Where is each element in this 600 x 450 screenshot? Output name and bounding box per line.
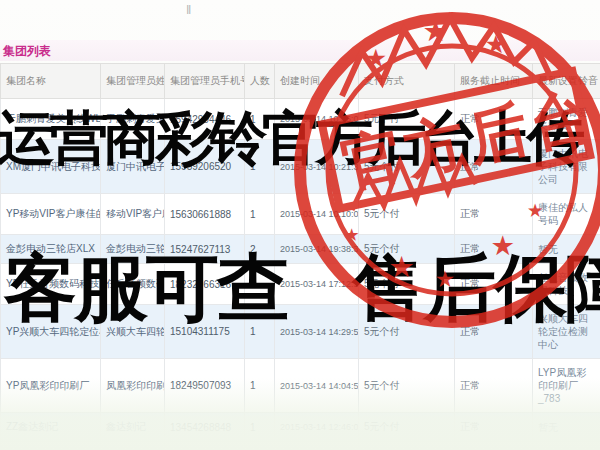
table-cell: 15104311175: [165, 305, 245, 359]
table-row[interactable]: YP移动VIP客户康佳的私人号码移动VIP客户康佳156306618881201…: [1, 194, 600, 235]
table-cell: 正常: [455, 264, 533, 305]
table-cell: 5元个付: [359, 305, 455, 359]
table-cell: 1: [245, 140, 275, 194]
table-cell: 正常: [455, 235, 533, 264]
table-cell: 康佳的私人号码: [533, 194, 600, 235]
table-cell: 15630661888: [165, 194, 245, 235]
table-cell: 15942904446: [165, 99, 245, 140]
table-cell: 2015-03-14 10:21:35: [275, 140, 359, 194]
column-header: 集团管理员姓名: [101, 64, 165, 99]
table-cell: 5元个付: [359, 194, 455, 235]
browser-top-area: ‖: [0, 0, 600, 40]
table-row[interactable]: YP任丘音频数码科技任丘音频数码科技1823276631612015-03-14…: [1, 264, 600, 305]
table-cell: 正常: [455, 194, 533, 235]
table-cell: 5元个付: [359, 140, 455, 194]
table-cell: YP任丘音频数码科技: [1, 264, 101, 305]
table-cell: 移动VIP客户康佳: [101, 194, 165, 235]
column-header: 支付方式: [359, 64, 455, 99]
table-cell: XM厦门中讯电子科技: [1, 140, 101, 194]
table-cell: 5元个付: [359, 235, 455, 264]
table-cell: 兴顺大车四轮定位检测中心: [101, 305, 165, 359]
table-cell: 于鹏刺青爱美热线: [533, 99, 600, 140]
column-header: 最新设置铃音: [533, 64, 600, 99]
table-cell: 正常: [455, 140, 533, 194]
table-cell: 任丘音频数码科技: [101, 264, 165, 305]
table-cell: 暂无: [533, 235, 600, 264]
table-cell: 金彭电动三轮店XLX: [1, 235, 101, 264]
table-cell: 1: [245, 305, 275, 359]
column-header: 创建时间: [275, 64, 359, 99]
table-cell: 于鹏刺青爱美热线: [101, 99, 165, 140]
table-cell: 2: [245, 235, 275, 264]
table-cell: 兴顺大车四轮定位检测中心: [533, 305, 600, 359]
table-header-row: 集团名称集团管理员姓名集团管理员手机号码人数创建时间支付方式服务截止时间最新设置…: [1, 64, 600, 99]
list-title-bar: 集团列表: [0, 40, 600, 61]
table-cell: 2015-03-14 14:29:53: [275, 305, 359, 359]
table-cell: 15247627113: [165, 235, 245, 264]
table-row[interactable]: 于鹏刺青爱美热线WL于鹏刺青爱美热线1594290444612015-03-14…: [1, 99, 600, 140]
table-cell: YP兴顺大车四轮定位检测中心: [1, 305, 101, 359]
table-cell: 5元个付: [359, 99, 455, 140]
column-header: 集团名称: [1, 64, 101, 99]
table-cell: 2015-03-14 10:36:04: [275, 99, 359, 140]
table-cell: 5元个付: [359, 264, 455, 305]
table-cell: 金彭电动三轮店: [101, 235, 165, 264]
table-row[interactable]: 金彭电动三轮店XLX金彭电动三轮店1524762711322015-03-14 …: [1, 235, 600, 264]
bottom-fade: [0, 378, 600, 450]
table-row[interactable]: XM厦门中讯电子科技厦门中讯电子科技1595920652012015-03-14…: [1, 140, 600, 194]
column-header: 集团管理员手机号码: [165, 64, 245, 99]
table-cell: 18232766316: [165, 264, 245, 305]
page: ‖ 集团列表 集团名称集团管理员姓名集团管理员手机号码人数创建时间支付方式服务截…: [0, 0, 600, 450]
table-cell: 2015-03-14 10:10:04: [275, 194, 359, 235]
table-cell: 任丘音频数码科技: [533, 264, 600, 305]
table-cell: 厦门中讯电子科技有限公司: [533, 140, 600, 194]
table-row[interactable]: YP兴顺大车四轮定位检测中心兴顺大车四轮定位检测中心15104311175120…: [1, 305, 600, 359]
column-header: 人数: [245, 64, 275, 99]
table-cell: 15959206520: [165, 140, 245, 194]
table-cell: 2015-03-14 17:12:56: [275, 264, 359, 305]
table-cell: 1: [245, 194, 275, 235]
table-cell: 正常: [455, 305, 533, 359]
table-cell: 厦门中讯电子科技: [101, 140, 165, 194]
table-cell: 1: [245, 99, 275, 140]
table-cell: 于鹏刺青爱美热线WL: [1, 99, 101, 140]
table-cell: YP移动VIP客户康佳的私人号码: [1, 194, 101, 235]
table-cell: 2015-03-14 19:38:30: [275, 235, 359, 264]
window-edge-mark: ‖: [186, 2, 191, 17]
page-title: 集团列表: [0, 40, 600, 63]
table-cell: 1: [245, 264, 275, 305]
column-header: 服务截止时间: [455, 64, 533, 99]
table-cell: 正常: [455, 99, 533, 140]
